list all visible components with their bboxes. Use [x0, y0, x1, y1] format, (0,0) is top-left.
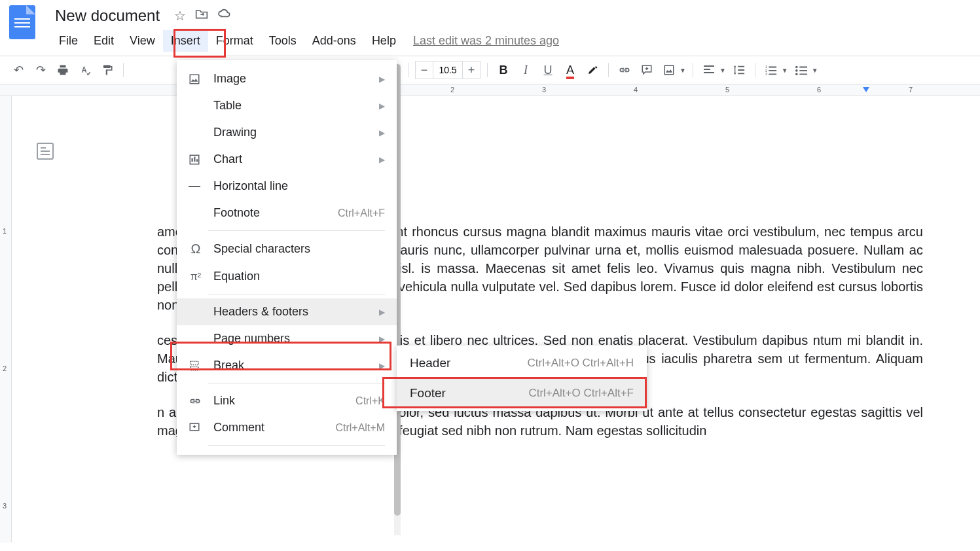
insert-drawing[interactable]: Drawing▶	[177, 119, 397, 146]
menu-item-label: Page numbers	[213, 332, 369, 346]
ruler-right-indent-marker[interactable]	[863, 87, 869, 92]
menu-item-label: Table	[213, 99, 369, 113]
svg-point-3	[795, 66, 798, 69]
pi-icon: π²	[189, 270, 203, 283]
svg-text:3: 3	[765, 72, 767, 75]
menu-item-label: Comment	[213, 421, 325, 435]
menubar: File Edit View Insert Format Tools Add-o…	[51, 30, 971, 52]
fontsize-decrease[interactable]: −	[415, 61, 433, 79]
link-icon	[189, 397, 203, 405]
document-outline-icon[interactable]	[37, 143, 54, 160]
docs-logo[interactable]	[9, 5, 35, 39]
menu-item-label: Break	[213, 359, 369, 372]
paint-format-icon[interactable]	[98, 61, 117, 79]
insert-image[interactable]: Image▶	[177, 65, 397, 92]
horizontal-ruler[interactable]: 2 3 4 5 6 7	[0, 84, 980, 96]
menu-shortcut: Ctrl+K	[355, 395, 385, 407]
insert-chart[interactable]: Chart▶	[177, 146, 397, 173]
menu-item-label: Equation	[213, 270, 385, 283]
headers-footers-submenu: HeaderCtrl+Alt+O Ctrl+Alt+HFooterCtrl+Al…	[397, 346, 647, 411]
insert-equation[interactable]: π²Equation	[177, 263, 397, 290]
ruler-mark: 5	[725, 86, 729, 94]
ruler-mark: 4	[634, 86, 638, 94]
submenu-footer[interactable]: FooterCtrl+Alt+O Ctrl+Alt+F	[397, 378, 647, 408]
fontsize-value[interactable]: 10.5	[433, 61, 462, 79]
submenu-arrow-icon: ▶	[379, 361, 385, 370]
menu-item-label: Image	[213, 72, 369, 86]
line-spacing-icon[interactable]	[730, 61, 748, 79]
svg-rect-6	[190, 75, 199, 84]
menu-file[interactable]: File	[51, 30, 86, 52]
menu-insert[interactable]: Insert	[163, 30, 208, 52]
ruler-mark: 6	[817, 86, 821, 94]
insert-special-characters[interactable]: ΩSpecial characters	[177, 235, 397, 263]
italic-button[interactable]: I	[517, 61, 535, 79]
insert-headers-footers[interactable]: Headers & footers▶	[177, 298, 397, 325]
submenu-label: Footer	[410, 386, 528, 400]
ruler-mark: 7	[909, 86, 913, 94]
cloud-status-icon[interactable]	[217, 8, 232, 24]
star-icon[interactable]: ☆	[174, 8, 186, 24]
break-icon	[189, 360, 203, 372]
undo-icon[interactable]: ↶	[9, 61, 27, 79]
insert-page-numbers[interactable]: Page numbers▶	[177, 325, 397, 352]
bold-button[interactable]: B	[494, 61, 513, 79]
text-color-button[interactable]: A	[566, 63, 574, 77]
align-dropdown-icon[interactable]: ▼	[719, 67, 726, 74]
menu-addons[interactable]: Add-ons	[304, 30, 364, 52]
add-comment-icon[interactable]	[638, 61, 656, 79]
numbered-dropdown-icon[interactable]: ▼	[782, 67, 788, 74]
underline-button[interactable]: U	[539, 61, 557, 79]
fontsize-increase[interactable]: +	[462, 61, 481, 79]
image-icon	[189, 73, 203, 85]
menu-item-label: Chart	[213, 152, 369, 166]
document-title[interactable]: New document	[51, 5, 164, 26]
ruler-mark: 3	[542, 86, 546, 94]
chart-icon	[189, 154, 203, 166]
print-icon[interactable]	[54, 61, 72, 79]
submenu-arrow-icon: ▶	[379, 128, 385, 137]
submenu-shortcut: Ctrl+Alt+O Ctrl+Alt+F	[528, 387, 634, 400]
vertical-ruler[interactable]: 1 2 3	[0, 96, 12, 542]
menu-view[interactable]: View	[122, 30, 163, 52]
redo-icon[interactable]: ↷	[31, 61, 50, 79]
move-icon[interactable]	[195, 8, 208, 24]
submenu-arrow-icon: ▶	[379, 308, 385, 317]
align-icon[interactable]	[700, 61, 718, 79]
image-dropdown-icon[interactable]: ▼	[680, 67, 686, 74]
insert-link-icon[interactable]	[615, 61, 634, 79]
numbered-list-icon[interactable]: 123	[762, 61, 780, 79]
menu-help[interactable]: Help	[364, 30, 404, 52]
svg-point-4	[795, 69, 798, 72]
insert-horizontal-line[interactable]: Horizontal line	[177, 173, 397, 200]
menu-tools[interactable]: Tools	[261, 30, 304, 52]
bulleted-dropdown-icon[interactable]: ▼	[812, 67, 818, 74]
toolbar: ↶ ↷ ▾ − 10.5 + B I U A ▼ ▼ 123 ▼	[0, 56, 980, 84]
omega-icon: Ω	[189, 241, 203, 257]
insert-break[interactable]: Break▶	[177, 352, 397, 379]
svg-point-5	[795, 73, 798, 76]
ruler-mark: 2	[450, 86, 454, 94]
menu-divider	[208, 230, 385, 231]
submenu-shortcut: Ctrl+Alt+O Ctrl+Alt+H	[528, 357, 634, 370]
last-edit-link[interactable]: Last edit was 2 minutes ago	[413, 34, 559, 48]
vruler-mark: 3	[3, 502, 7, 510]
vruler-mark: 2	[3, 364, 7, 372]
menu-divider	[208, 383, 385, 383]
menu-divider	[208, 294, 385, 294]
bulleted-list-icon[interactable]	[792, 61, 810, 79]
insert-link[interactable]: LinkCtrl+K	[177, 387, 397, 414]
menu-format[interactable]: Format	[208, 30, 261, 52]
highlight-button[interactable]	[583, 61, 602, 79]
insert-table[interactable]: Table▶	[177, 92, 397, 119]
menu-item-label: Horizontal line	[213, 179, 385, 193]
submenu-arrow-icon: ▶	[379, 75, 385, 84]
insert-footnote[interactable]: FootnoteCtrl+Alt+F	[177, 200, 397, 226]
insert-comment[interactable]: CommentCtrl+Alt+M	[177, 414, 397, 441]
menu-divider	[208, 445, 385, 446]
insert-image-icon[interactable]	[660, 61, 678, 79]
submenu-header[interactable]: HeaderCtrl+Alt+O Ctrl+Alt+H	[397, 348, 647, 378]
menu-edit[interactable]: Edit	[86, 30, 122, 52]
spellcheck-icon[interactable]	[76, 61, 94, 79]
menu-item-label: Headers & footers	[213, 305, 369, 319]
